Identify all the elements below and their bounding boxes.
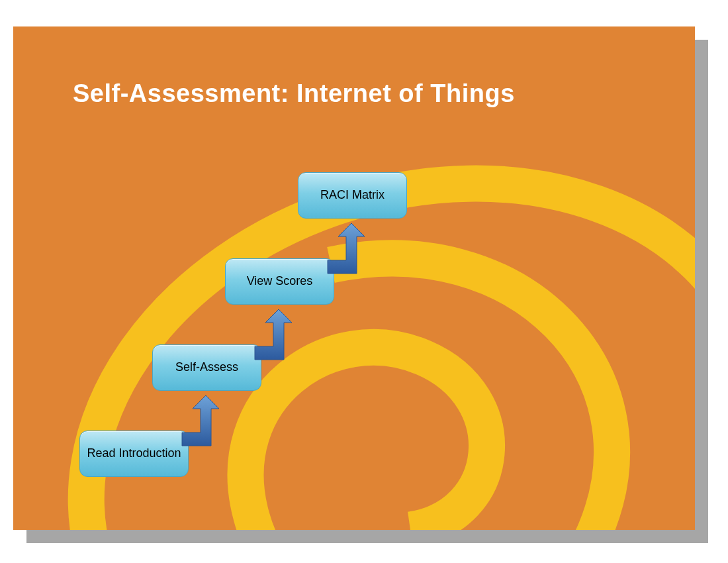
arrow-up-icon	[175, 394, 222, 447]
step-self-assess[interactable]: Self-Assess	[152, 344, 261, 391]
step-raci-matrix[interactable]: RACI Matrix	[298, 172, 407, 219]
step-label: RACI Matrix	[320, 188, 385, 203]
slide-title: Self-Assessment: Internet of Things	[73, 79, 515, 108]
step-view-scores[interactable]: View Scores	[225, 258, 334, 305]
arrow-up-icon	[321, 222, 367, 275]
step-label: View Scores	[247, 274, 313, 289]
step-label: Self-Assess	[175, 360, 238, 375]
arrow-up-icon	[248, 308, 295, 361]
slide-canvas: Self-Assessment: Internet of Things Read…	[13, 26, 695, 530]
step-label: Read Introduction	[87, 446, 181, 461]
step-read-introduction[interactable]: Read Introduction	[79, 431, 189, 477]
